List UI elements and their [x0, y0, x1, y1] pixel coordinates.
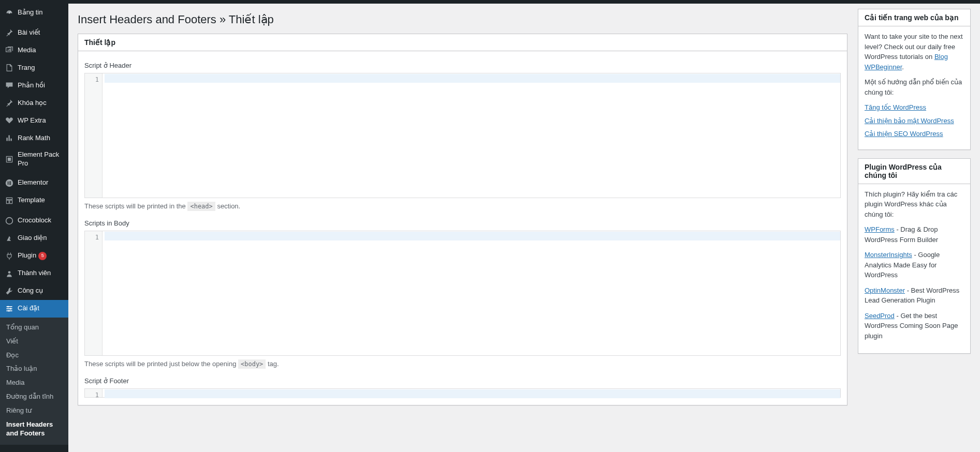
sidebar-item-elementor[interactable]: Elementor — [0, 174, 68, 192]
settings-postbox: Thiết lập Script ở Header1These scripts … — [78, 34, 847, 405]
sidebar-item-trang[interactable]: Trang — [0, 59, 68, 77]
plugin-link[interactable]: WPForms — [865, 225, 895, 233]
submenu-item[interactable]: Viết — [0, 335, 68, 349]
page-title: Insert Headers and Footers » Thiết lập — [78, 9, 847, 34]
sidebar-item-element-pack-pro[interactable]: Element Pack Pro — [0, 147, 68, 172]
plugin-item: MonsterInsights - Google Analytics Made … — [865, 250, 964, 280]
tools-icon — [4, 286, 14, 296]
sidebar-item-crocoblock[interactable]: Crocoblock — [0, 212, 68, 230]
comment-icon — [4, 80, 14, 91]
our-plugins-postbox: Plugin WordPress của chúng tôi Thích plu… — [858, 158, 971, 354]
field-label: Scripts in Body — [84, 218, 841, 229]
sidebar-item-label: Rank Math — [18, 134, 50, 143]
sidebar-item-plugin[interactable]: Plugin5 — [0, 247, 68, 265]
guide-link[interactable]: Cải thiện SEO WordPress — [865, 129, 964, 139]
sidebar-item-label: WP Extra — [18, 116, 46, 125]
improve-guides-label: Một số hướng dẫn phổ biến của chúng tôi: — [865, 77, 964, 97]
sidebar-item-phản-hồi[interactable]: Phản hồi — [0, 77, 68, 94]
main-content: Insert Headers and Footers » Thiết lập T… — [78, 9, 847, 414]
admin-topbar — [0, 0, 980, 4]
sidebar-item-label: Crocoblock — [18, 216, 51, 225]
sidebar-item-cài-đặt[interactable]: Cài đặt — [0, 300, 68, 318]
code-gutter: 1 — [85, 73, 103, 198]
settings-icon — [4, 304, 14, 314]
admin-sidebar: Bảng tinBài viếtMediaTrangPhản hồiKhóa h… — [0, 4, 68, 452]
sidebar-item-label: Công cụ — [18, 287, 43, 295]
sidebar-item-media[interactable]: Media — [0, 41, 68, 59]
code-editor[interactable]: 1 — [84, 73, 841, 198]
svg-point-9 — [7, 306, 9, 307]
sidebar-item-khóa-học[interactable]: Khóa học — [0, 94, 68, 112]
chart-icon — [4, 133, 14, 143]
sidebar-item-wp-extra[interactable]: WP Extra — [0, 112, 68, 129]
appearance-icon — [4, 233, 14, 244]
submenu-item[interactable]: Tổng quan — [0, 321, 68, 335]
plugin-link[interactable]: MonsterInsights — [865, 251, 912, 259]
svg-point-5 — [8, 271, 11, 274]
our-plugins-title: Plugin WordPress của chúng tôi — [858, 159, 970, 184]
sidebar-item-label: Template — [18, 196, 45, 205]
code-gutter: 1 — [85, 389, 103, 397]
pin-icon — [4, 98, 14, 108]
sidebar-item-label: Giao diện — [18, 234, 47, 243]
sidebar-item-label: Media — [18, 46, 36, 55]
code-gutter: 1 — [85, 231, 103, 355]
dashboard-icon — [4, 7, 14, 18]
update-badge: 5 — [38, 252, 47, 260]
sidebar-item-thành-viên[interactable]: Thành viên — [0, 265, 68, 282]
field-description: These scripts will be printed in the <he… — [84, 201, 841, 212]
plugin-item: WPForms - Drag & Drop WordPress Form Bui… — [865, 224, 964, 245]
sidebar-item-giao-diện[interactable]: Giao diện — [0, 230, 68, 247]
svg-point-10 — [10, 308, 11, 309]
croco-icon — [4, 216, 14, 226]
code-body[interactable] — [103, 389, 840, 397]
plugin-icon — [4, 251, 14, 261]
sidebar-item-bài-viết[interactable]: Bài viết — [0, 24, 68, 41]
guide-link[interactable]: Tăng tốc WordPress — [865, 102, 964, 113]
sidebar-item-label: Khóa học — [18, 99, 47, 108]
sidebar-item-label: Plugin — [18, 251, 36, 260]
guide-link[interactable]: Cải thiện bảo mật WordPress — [865, 116, 964, 126]
template-icon — [4, 195, 14, 206]
sidebar-item-label: Trang — [18, 64, 35, 72]
sidebar-item-template[interactable]: Template — [0, 192, 68, 209]
sidebar-item-rank-math[interactable]: Rank Math — [0, 129, 68, 147]
submenu-item[interactable]: Thảo luận — [0, 362, 68, 376]
plugin-item: OptinMonster - Best WordPress Lead Gener… — [865, 285, 964, 306]
code-editor[interactable]: 1 — [84, 231, 841, 356]
our-plugins-intro: Thích plugin? Hãy kiểm tra các plugin Wo… — [865, 189, 964, 220]
sidebar-item-label: Elementor — [18, 178, 48, 187]
code-tag: <head> — [187, 202, 215, 211]
sidebar-item-label: Element Pack Pro — [18, 150, 64, 168]
code-tag: <body> — [238, 359, 266, 369]
plugin-link[interactable]: SeedProd — [865, 312, 895, 320]
submenu-item[interactable]: Đường dẫn tĩnh — [0, 390, 68, 404]
elementor-icon — [4, 178, 14, 188]
svg-point-4 — [6, 217, 13, 224]
code-editor[interactable]: 1 — [84, 388, 841, 398]
submenu-item[interactable]: Insert Headers and Footers — [0, 418, 68, 441]
users-icon — [4, 268, 14, 279]
submenu-item[interactable]: Media — [0, 376, 68, 390]
code-body[interactable] — [103, 73, 840, 198]
improve-title: Cải tiến trang web của bạn — [858, 9, 970, 26]
media-icon — [4, 45, 14, 55]
plugin-link[interactable]: OptinMonster — [865, 287, 905, 294]
sidebar-item-label: Phản hồi — [18, 81, 45, 90]
submenu-item[interactable]: Đọc — [0, 349, 68, 363]
settings-submenu: Tổng quanViếtĐọcThảo luậnMediaĐường dẫn … — [0, 318, 68, 445]
sidebar-item-công-cụ[interactable]: Công cụ — [0, 282, 68, 300]
code-body[interactable] — [103, 231, 840, 355]
sidebar-item-label: Bảng tin — [18, 8, 42, 17]
submenu-item[interactable]: Riêng tư — [0, 404, 68, 418]
svg-rect-2 — [8, 158, 11, 161]
pack-icon — [4, 154, 14, 164]
sidebar-item-label: Bài viết — [18, 28, 40, 37]
page-icon — [4, 63, 14, 73]
improve-postbox: Cải tiến trang web của bạn Want to take … — [858, 9, 971, 150]
sidebar-item-bảng-tin[interactable]: Bảng tin — [0, 4, 68, 21]
sidebar-item-label: Cài đặt — [18, 304, 39, 313]
pin-icon — [4, 27, 14, 38]
settings-postbox-title: Thiết lập — [78, 34, 847, 51]
sidebar-right: Cải tiến trang web của bạn Want to take … — [858, 9, 971, 362]
